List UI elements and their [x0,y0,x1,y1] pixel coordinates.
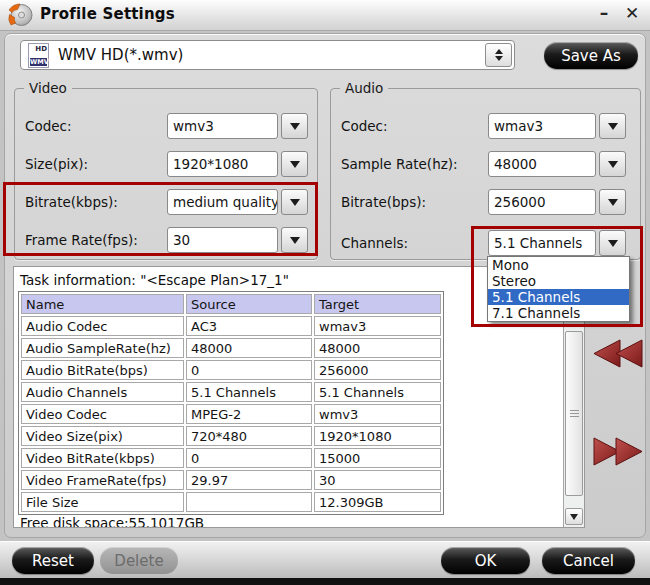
triangle-down [608,123,618,130]
triangle-down [290,161,300,168]
save-as-button[interactable]: Save As [544,42,638,69]
cell: 48000 [186,338,312,358]
scrollbar-thumb[interactable] [565,331,583,496]
chevron-down-icon[interactable] [281,189,308,215]
video-bitrate-row: Bitrate(kbps): medium quality [15,189,317,217]
table-row: Audio Channels 5.1 Channels 5.1 Channels [21,382,441,402]
triangle-down [290,237,300,244]
video-size-label: Size(pix): [25,156,88,172]
audio-bitrate-row: Bitrate(bps): 256000 [331,189,640,217]
video-legend: Video [24,80,72,97]
audio-bitrate-select[interactable]: 256000 [488,189,626,215]
cell: 720*480 [186,426,312,446]
audio-bitrate-value: 256000 [488,189,596,215]
table-row: Video FrameRate(fps) 29.97 30 [21,470,441,490]
chevron-down-icon[interactable] [281,113,308,139]
task-info-title: Task information: "<Escape Plan>17_1" [20,272,289,288]
window-title: Profile Settings [40,5,175,23]
profile-name: WMV HD(*.wmv) [58,46,485,64]
close-button[interactable]: ✕ [620,3,644,23]
channels-option[interactable]: Stereo [488,273,629,289]
triangle-down [290,123,300,130]
red-double-arrow-left-icon [593,339,643,368]
cell: Audio SampleRate(hz) [21,338,184,358]
audio-codec-select[interactable]: wmav3 [488,113,626,139]
audio-samplerate-row: Sample Rate(hz): 48000 [331,151,640,179]
spinner-down-icon [495,56,503,61]
video-framerate-value: 30 [167,227,278,253]
video-size-value: 1920*1080 [167,151,278,177]
table-row: Audio SampleRate(hz) 48000 48000 [21,338,441,358]
cell: 0 [186,448,312,468]
cell: Video BitRate(kbps) [21,448,184,468]
chevron-down-icon[interactable] [599,113,626,139]
minimize-button[interactable]: – [592,3,616,23]
cell: 48000 [314,338,441,358]
chevron-down-icon[interactable] [599,230,626,256]
cell: 12.309GB [314,492,441,512]
chevron-down-icon[interactable] [599,189,626,215]
video-codec-select[interactable]: wmv3 [167,113,308,139]
table-row: Video Codec MPEG-2 wmv3 [21,404,441,424]
chevron-down-icon[interactable] [281,227,308,253]
triangle-down-icon [570,514,578,520]
cell: MPEG-2 [186,404,312,424]
scrollbar-down-button[interactable] [565,508,583,525]
window-bottom-strip [0,578,650,585]
cell [186,492,312,512]
cell: Audio Codec [21,316,184,336]
audio-channels-value: 5.1 Channels [488,230,596,256]
video-framerate-select[interactable]: 30 [167,227,308,253]
audio-channels-select[interactable]: 5.1 Channels [488,230,626,256]
cell: Video FrameRate(fps) [21,470,184,490]
audio-samplerate-value: 48000 [488,151,596,177]
video-framerate-label: Frame Rate(fps): [25,232,138,248]
profile-select[interactable]: HD WMV WMV HD(*.wmv) [20,40,515,70]
channels-option[interactable]: Mono [488,257,629,273]
channels-option[interactable]: 7.1 Channels [488,305,629,321]
cancel-button[interactable]: Cancel [542,547,635,574]
cell: File Size [21,492,184,512]
chevron-down-icon[interactable] [281,151,308,177]
cell: Audio BitRate(bps) [21,360,184,380]
video-bitrate-label: Bitrate(kbps): [25,194,118,210]
app-disc-icon [6,2,34,30]
channels-option-selected[interactable]: 5.1 Channels [488,289,629,305]
reset-button[interactable]: Reset [12,547,94,574]
column-header-name: Name [21,294,184,314]
triangle-down [290,199,300,206]
cell: wmv3 [314,404,441,424]
video-section: Video Codec: wmv3 Size(pix): 1920*1080 B… [14,88,318,260]
cell: 5.1 Channels [186,382,312,402]
cell: AC3 [186,316,312,336]
audio-codec-row: Codec: wmav3 [331,113,640,141]
cell: wmav3 [314,316,441,336]
chevron-down-icon[interactable] [599,151,626,177]
profile-spinner[interactable] [485,43,512,67]
footer-bar: Reset Delete OK Cancel [0,541,650,578]
video-framerate-row: Frame Rate(fps): 30 [15,227,317,255]
column-header-target: Target [314,294,441,314]
cell: Video Size(pix) [21,426,184,446]
channels-dropdown-list: Mono Stereo 5.1 Channels 7.1 Channels [487,256,630,322]
delete-button[interactable]: Delete [100,547,178,574]
column-header-source: Source [186,294,312,314]
triangle-down [608,161,618,168]
video-bitrate-select[interactable]: medium quality [167,189,308,215]
cell: 256000 [314,360,441,380]
video-codec-value: wmv3 [167,113,278,139]
audio-samplerate-select[interactable]: 48000 [488,151,626,177]
table-row: Video Size(pix) 720*480 1920*1080 [21,426,441,446]
cell: 5.1 Channels [314,382,441,402]
audio-codec-value: wmav3 [488,113,596,139]
video-codec-row: Codec: wmv3 [15,113,317,141]
audio-channels-label: Channels: [341,235,408,251]
cell: 15000 [314,448,441,468]
video-size-select[interactable]: 1920*1080 [167,151,308,177]
audio-channels-row: Channels: 5.1 Channels [331,230,640,258]
red-double-arrow-right-icon [593,437,643,466]
cell: 30 [314,470,441,490]
wmv-hd-file-icon: HD WMV [28,43,49,68]
ok-button[interactable]: OK [441,547,530,574]
titlebar: Profile Settings – ✕ [0,0,650,31]
